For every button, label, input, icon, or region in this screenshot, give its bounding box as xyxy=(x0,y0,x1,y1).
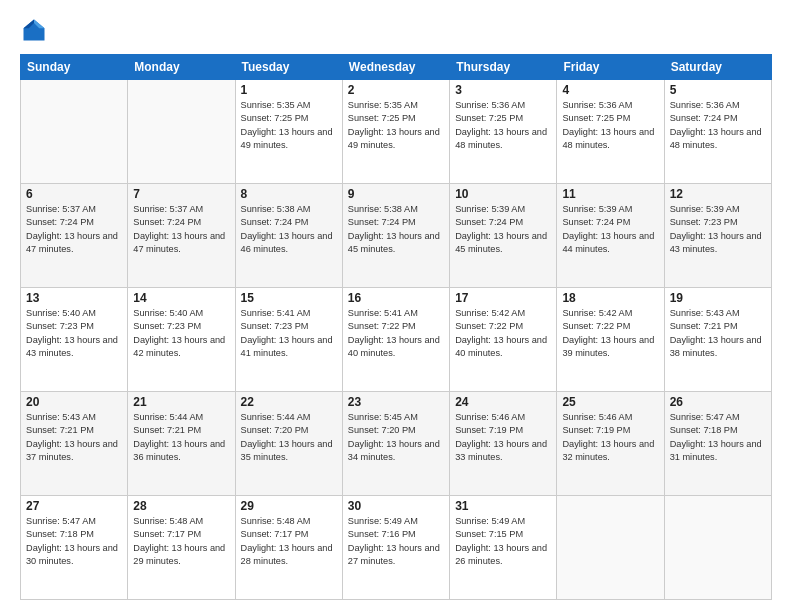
calendar-cell: 16Sunrise: 5:41 AM Sunset: 7:22 PM Dayli… xyxy=(342,288,449,392)
day-number: 6 xyxy=(26,187,122,201)
day-number: 3 xyxy=(455,83,551,97)
day-number: 18 xyxy=(562,291,658,305)
day-number: 27 xyxy=(26,499,122,513)
day-info: Sunrise: 5:40 AM Sunset: 7:23 PM Dayligh… xyxy=(26,307,122,360)
day-info: Sunrise: 5:39 AM Sunset: 7:24 PM Dayligh… xyxy=(562,203,658,256)
weekday-header-wednesday: Wednesday xyxy=(342,55,449,80)
day-info: Sunrise: 5:35 AM Sunset: 7:25 PM Dayligh… xyxy=(241,99,337,152)
weekday-header-friday: Friday xyxy=(557,55,664,80)
day-number: 21 xyxy=(133,395,229,409)
calendar-cell: 31Sunrise: 5:49 AM Sunset: 7:15 PM Dayli… xyxy=(450,496,557,600)
day-info: Sunrise: 5:47 AM Sunset: 7:18 PM Dayligh… xyxy=(26,515,122,568)
day-number: 29 xyxy=(241,499,337,513)
weekday-header-thursday: Thursday xyxy=(450,55,557,80)
calendar-cell: 1Sunrise: 5:35 AM Sunset: 7:25 PM Daylig… xyxy=(235,80,342,184)
calendar-cell: 10Sunrise: 5:39 AM Sunset: 7:24 PM Dayli… xyxy=(450,184,557,288)
calendar-cell: 30Sunrise: 5:49 AM Sunset: 7:16 PM Dayli… xyxy=(342,496,449,600)
day-info: Sunrise: 5:39 AM Sunset: 7:24 PM Dayligh… xyxy=(455,203,551,256)
day-info: Sunrise: 5:44 AM Sunset: 7:21 PM Dayligh… xyxy=(133,411,229,464)
day-number: 12 xyxy=(670,187,766,201)
day-number: 2 xyxy=(348,83,444,97)
calendar-week-row: 6Sunrise: 5:37 AM Sunset: 7:24 PM Daylig… xyxy=(21,184,772,288)
page: SundayMondayTuesdayWednesdayThursdayFrid… xyxy=(0,0,792,612)
day-number: 11 xyxy=(562,187,658,201)
calendar-week-row: 1Sunrise: 5:35 AM Sunset: 7:25 PM Daylig… xyxy=(21,80,772,184)
day-info: Sunrise: 5:36 AM Sunset: 7:25 PM Dayligh… xyxy=(562,99,658,152)
calendar-cell: 26Sunrise: 5:47 AM Sunset: 7:18 PM Dayli… xyxy=(664,392,771,496)
weekday-header-row: SundayMondayTuesdayWednesdayThursdayFrid… xyxy=(21,55,772,80)
day-info: Sunrise: 5:48 AM Sunset: 7:17 PM Dayligh… xyxy=(241,515,337,568)
day-number: 28 xyxy=(133,499,229,513)
day-number: 20 xyxy=(26,395,122,409)
weekday-header-monday: Monday xyxy=(128,55,235,80)
calendar-cell: 21Sunrise: 5:44 AM Sunset: 7:21 PM Dayli… xyxy=(128,392,235,496)
calendar-cell: 11Sunrise: 5:39 AM Sunset: 7:24 PM Dayli… xyxy=(557,184,664,288)
day-info: Sunrise: 5:40 AM Sunset: 7:23 PM Dayligh… xyxy=(133,307,229,360)
day-info: Sunrise: 5:49 AM Sunset: 7:15 PM Dayligh… xyxy=(455,515,551,568)
calendar-cell: 27Sunrise: 5:47 AM Sunset: 7:18 PM Dayli… xyxy=(21,496,128,600)
calendar-cell: 22Sunrise: 5:44 AM Sunset: 7:20 PM Dayli… xyxy=(235,392,342,496)
weekday-header-tuesday: Tuesday xyxy=(235,55,342,80)
day-number: 15 xyxy=(241,291,337,305)
calendar-cell: 7Sunrise: 5:37 AM Sunset: 7:24 PM Daylig… xyxy=(128,184,235,288)
calendar-cell: 23Sunrise: 5:45 AM Sunset: 7:20 PM Dayli… xyxy=(342,392,449,496)
day-info: Sunrise: 5:49 AM Sunset: 7:16 PM Dayligh… xyxy=(348,515,444,568)
calendar-table: SundayMondayTuesdayWednesdayThursdayFrid… xyxy=(20,54,772,600)
day-info: Sunrise: 5:47 AM Sunset: 7:18 PM Dayligh… xyxy=(670,411,766,464)
calendar-cell: 12Sunrise: 5:39 AM Sunset: 7:23 PM Dayli… xyxy=(664,184,771,288)
calendar-week-row: 27Sunrise: 5:47 AM Sunset: 7:18 PM Dayli… xyxy=(21,496,772,600)
day-number: 24 xyxy=(455,395,551,409)
day-number: 22 xyxy=(241,395,337,409)
day-info: Sunrise: 5:38 AM Sunset: 7:24 PM Dayligh… xyxy=(241,203,337,256)
day-number: 17 xyxy=(455,291,551,305)
calendar-cell: 28Sunrise: 5:48 AM Sunset: 7:17 PM Dayli… xyxy=(128,496,235,600)
day-number: 7 xyxy=(133,187,229,201)
day-number: 1 xyxy=(241,83,337,97)
day-info: Sunrise: 5:43 AM Sunset: 7:21 PM Dayligh… xyxy=(26,411,122,464)
calendar-cell: 13Sunrise: 5:40 AM Sunset: 7:23 PM Dayli… xyxy=(21,288,128,392)
calendar-cell: 29Sunrise: 5:48 AM Sunset: 7:17 PM Dayli… xyxy=(235,496,342,600)
day-info: Sunrise: 5:43 AM Sunset: 7:21 PM Dayligh… xyxy=(670,307,766,360)
calendar-cell xyxy=(557,496,664,600)
day-info: Sunrise: 5:36 AM Sunset: 7:24 PM Dayligh… xyxy=(670,99,766,152)
header xyxy=(20,16,772,44)
day-number: 23 xyxy=(348,395,444,409)
day-number: 16 xyxy=(348,291,444,305)
day-info: Sunrise: 5:36 AM Sunset: 7:25 PM Dayligh… xyxy=(455,99,551,152)
day-info: Sunrise: 5:41 AM Sunset: 7:23 PM Dayligh… xyxy=(241,307,337,360)
calendar-cell: 24Sunrise: 5:46 AM Sunset: 7:19 PM Dayli… xyxy=(450,392,557,496)
calendar-cell: 15Sunrise: 5:41 AM Sunset: 7:23 PM Dayli… xyxy=(235,288,342,392)
day-info: Sunrise: 5:42 AM Sunset: 7:22 PM Dayligh… xyxy=(455,307,551,360)
calendar-cell xyxy=(128,80,235,184)
calendar-cell: 9Sunrise: 5:38 AM Sunset: 7:24 PM Daylig… xyxy=(342,184,449,288)
day-number: 19 xyxy=(670,291,766,305)
day-number: 8 xyxy=(241,187,337,201)
day-info: Sunrise: 5:42 AM Sunset: 7:22 PM Dayligh… xyxy=(562,307,658,360)
calendar-cell: 5Sunrise: 5:36 AM Sunset: 7:24 PM Daylig… xyxy=(664,80,771,184)
calendar-cell: 8Sunrise: 5:38 AM Sunset: 7:24 PM Daylig… xyxy=(235,184,342,288)
day-info: Sunrise: 5:44 AM Sunset: 7:20 PM Dayligh… xyxy=(241,411,337,464)
day-number: 9 xyxy=(348,187,444,201)
day-info: Sunrise: 5:35 AM Sunset: 7:25 PM Dayligh… xyxy=(348,99,444,152)
logo-icon xyxy=(20,16,48,44)
calendar-cell xyxy=(21,80,128,184)
weekday-header-sunday: Sunday xyxy=(21,55,128,80)
day-info: Sunrise: 5:46 AM Sunset: 7:19 PM Dayligh… xyxy=(562,411,658,464)
calendar-cell: 17Sunrise: 5:42 AM Sunset: 7:22 PM Dayli… xyxy=(450,288,557,392)
calendar-cell: 18Sunrise: 5:42 AM Sunset: 7:22 PM Dayli… xyxy=(557,288,664,392)
calendar-week-row: 20Sunrise: 5:43 AM Sunset: 7:21 PM Dayli… xyxy=(21,392,772,496)
logo xyxy=(20,16,52,44)
day-number: 31 xyxy=(455,499,551,513)
day-number: 14 xyxy=(133,291,229,305)
day-number: 26 xyxy=(670,395,766,409)
day-number: 10 xyxy=(455,187,551,201)
day-number: 30 xyxy=(348,499,444,513)
calendar-cell: 2Sunrise: 5:35 AM Sunset: 7:25 PM Daylig… xyxy=(342,80,449,184)
calendar-cell: 25Sunrise: 5:46 AM Sunset: 7:19 PM Dayli… xyxy=(557,392,664,496)
day-info: Sunrise: 5:46 AM Sunset: 7:19 PM Dayligh… xyxy=(455,411,551,464)
day-info: Sunrise: 5:37 AM Sunset: 7:24 PM Dayligh… xyxy=(26,203,122,256)
calendar-cell xyxy=(664,496,771,600)
day-number: 13 xyxy=(26,291,122,305)
day-info: Sunrise: 5:39 AM Sunset: 7:23 PM Dayligh… xyxy=(670,203,766,256)
calendar-cell: 4Sunrise: 5:36 AM Sunset: 7:25 PM Daylig… xyxy=(557,80,664,184)
